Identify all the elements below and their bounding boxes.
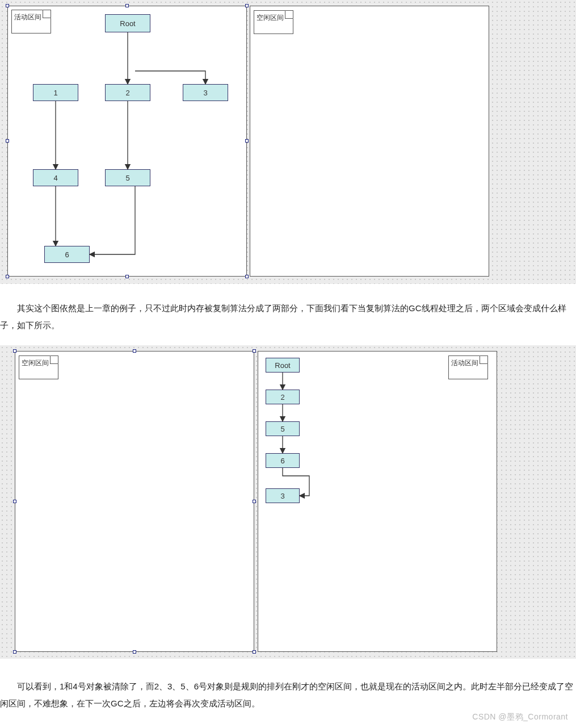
- diagram-1: 活动区间 空闲区间 Root 1 2 3 4 5 6: [0, 0, 576, 284]
- selection-handle: [253, 500, 256, 503]
- selection-handle: [245, 139, 249, 143]
- d1-left-label: 活动区间: [14, 13, 41, 21]
- d2-node-3: 3: [266, 488, 300, 503]
- watermark-text: CSDN @墨鸦_Cormorant: [472, 712, 568, 722]
- selection-handle: [245, 4, 249, 7]
- d1-node-root: Root: [105, 14, 150, 32]
- d1-right-note: 空闲区间: [254, 10, 293, 34]
- d1-node-6: 6: [44, 246, 90, 263]
- d2-right-note: 活动区间: [448, 355, 488, 379]
- selection-handle: [253, 650, 256, 654]
- selection-handle: [133, 349, 136, 353]
- selection-handle: [6, 4, 9, 7]
- selection-handle: [6, 275, 9, 278]
- d1-node-2: 2: [105, 84, 150, 101]
- selection-handle: [13, 500, 16, 503]
- d1-node-4: 4: [33, 169, 78, 186]
- d1-node-5: 5: [105, 169, 150, 186]
- d2-left-note: 空闲区间: [19, 355, 58, 379]
- d1-left-panel: [7, 6, 247, 277]
- d2-left-panel: [15, 351, 254, 652]
- selection-handle: [125, 4, 129, 7]
- d1-node-1: 1: [33, 84, 78, 101]
- diagram-2: 空闲区间 活动区间 Root 2 5 6 3: [0, 345, 576, 659]
- selection-handle: [245, 275, 249, 278]
- d1-right-panel: [250, 6, 489, 277]
- selection-handle: [253, 349, 256, 353]
- d1-right-label: 空闲区间: [257, 14, 284, 22]
- d2-node-root: Root: [266, 358, 300, 373]
- d2-left-label: 空闲区间: [22, 359, 49, 367]
- selection-handle: [6, 139, 9, 143]
- d2-node-2: 2: [266, 390, 300, 404]
- d1-left-note: 活动区间: [11, 10, 51, 34]
- d2-node-5: 5: [266, 421, 300, 436]
- selection-handle: [125, 275, 129, 278]
- selection-handle: [13, 650, 16, 654]
- d2-right-label: 活动区间: [451, 359, 478, 367]
- selection-handle: [133, 650, 136, 654]
- paragraph-2: 可以看到，1和4号对象被清除了，而2、3、5、6号对象则是规则的排列在刚才的空闲…: [0, 678, 576, 712]
- selection-handle: [13, 349, 16, 353]
- d2-node-6: 6: [266, 453, 300, 468]
- paragraph-1: 其实这个图依然是上一章的例子，只不过此时内存被复制算法分成了两部分，下面我们看下…: [0, 300, 576, 334]
- d1-node-3: 3: [183, 84, 228, 101]
